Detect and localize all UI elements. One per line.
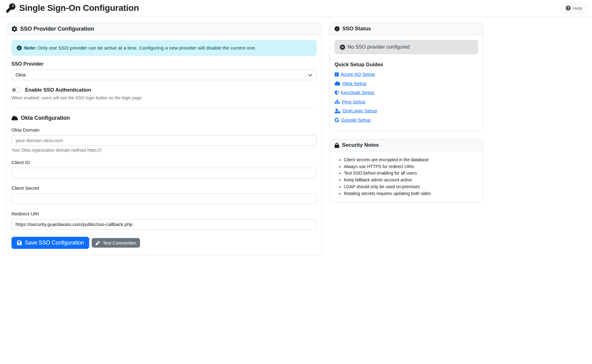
lock-icon xyxy=(335,143,339,148)
sso-status-card-body: ✕ No SSO provider configured Quick Setup… xyxy=(330,35,483,131)
guide-link-label: Azure AD Setup xyxy=(341,72,375,77)
sso-status-card: i SSO Status ✕ No SSO provider configure… xyxy=(329,23,483,132)
security-note-item: Rotating secrets requires updating both … xyxy=(344,191,478,197)
sso-provider-label: SSO Provider xyxy=(11,61,317,67)
client-id-field: Client ID xyxy=(11,160,317,178)
test-connection-button[interactable]: Test Connection xyxy=(92,238,140,248)
security-note-item: Keep fallback admin account active xyxy=(344,177,478,183)
sso-provider-card-header: SSO Provider Configuration xyxy=(7,23,322,35)
sso-provider-card: SSO Provider Configuration i Note: Only … xyxy=(6,23,322,255)
status-alert-text: No SSO provider configured xyxy=(348,44,410,50)
guide-link-keycloak[interactable]: Keycloak Setup xyxy=(335,90,478,95)
security-notes-card-title: Security Notes xyxy=(342,142,379,148)
test-connection-label: Test Connection xyxy=(103,240,136,245)
okta-section-title-row: Okta Configuration xyxy=(11,115,317,121)
save-icon xyxy=(17,240,22,245)
redirect-uri-field: Redirect URI xyxy=(11,211,317,230)
okta-domain-label: Okta Domain xyxy=(11,127,317,133)
page-header: Single Sign-On Configuration ? Help xyxy=(0,0,592,17)
security-note-item: LDAP should only be used on-premises xyxy=(344,184,478,190)
security-notes-card-body: Client secrets are encrypted in the data… xyxy=(330,151,483,202)
client-id-label: Client ID xyxy=(11,160,317,165)
title-wrap: Single Sign-On Configuration xyxy=(6,3,139,13)
okta-domain-input[interactable] xyxy=(11,135,317,146)
sso-provider-selected-value: Okta xyxy=(15,72,26,78)
enable-sso-toggle[interactable] xyxy=(11,88,21,93)
security-note-item: Client secrets are encrypted in the data… xyxy=(344,157,478,163)
guide-link-label: Google Setup xyxy=(341,117,371,123)
note-alert-label: Note: xyxy=(24,45,37,50)
security-notes-list: Client secrets are encrypted in the data… xyxy=(335,157,478,197)
microsoft-icon xyxy=(335,72,339,77)
vial-icon xyxy=(96,241,100,245)
cloud-icon xyxy=(11,115,18,121)
right-column: i SSO Status ✕ No SSO provider configure… xyxy=(329,23,483,202)
chevron-down-icon xyxy=(308,73,313,77)
sso-status-card-title: SSO Status xyxy=(342,26,371,32)
left-column: SSO Provider Configuration i Note: Only … xyxy=(6,23,322,255)
gear-icon xyxy=(11,26,17,32)
sso-status-card-header: i SSO Status xyxy=(330,23,483,35)
note-alert-text: Note: Only one SSO provider can be activ… xyxy=(24,45,256,51)
security-note-item: Always use HTTPS for redirect URIs xyxy=(344,164,478,170)
guide-link-label: Keycloak Setup xyxy=(341,90,374,95)
okta-section-title: Okta Configuration xyxy=(21,115,70,121)
guide-link-label: Ping Setup xyxy=(342,99,365,105)
guide-link-azure-ad[interactable]: Azure AD Setup xyxy=(335,72,478,77)
enable-sso-label[interactable]: Enable SSO Authentication xyxy=(25,87,91,93)
sitemap-icon xyxy=(335,99,340,104)
status-alert: ✕ No SSO provider configured xyxy=(335,40,478,54)
guide-link-google[interactable]: Google Setup xyxy=(335,117,478,123)
enable-sso-help-text: When enabled, users will see the SSO log… xyxy=(11,96,317,100)
help-button-label: Help xyxy=(573,6,582,11)
quick-setup-guides-title: Quick Setup Guides xyxy=(335,62,478,67)
divider xyxy=(11,107,317,108)
google-icon xyxy=(335,118,339,122)
client-secret-input[interactable] xyxy=(11,193,317,204)
guide-link-label: OneLogin Setup xyxy=(342,108,377,114)
sso-provider-card-body: i Note: Only one SSO provider can be act… xyxy=(7,35,322,255)
info-circle-icon: i xyxy=(335,26,340,31)
client-id-input[interactable] xyxy=(11,168,317,178)
client-secret-label: Client Secret xyxy=(11,185,317,191)
save-sso-configuration-button[interactable]: Save SSO Configuration xyxy=(11,237,89,249)
client-secret-field: Client Secret xyxy=(11,185,317,204)
sso-provider-card-title: SSO Provider Configuration xyxy=(20,26,94,32)
okta-domain-help-text: Your Okta organization domain (without h… xyxy=(11,148,317,153)
guide-link-label: Okta Setup xyxy=(342,81,366,86)
guide-link-onelogin[interactable]: OneLogin Setup xyxy=(335,108,478,114)
form-actions: Save SSO Configuration Test Connection xyxy=(11,237,317,250)
sso-provider-select[interactable]: Okta xyxy=(11,70,317,80)
user-lock-icon xyxy=(335,109,340,113)
security-notes-card: Security Notes Client secrets are encryp… xyxy=(329,139,483,202)
page-title: Single Sign-On Configuration xyxy=(19,3,139,13)
help-button[interactable]: ? Help xyxy=(562,4,586,13)
guide-link-ping[interactable]: Ping Setup xyxy=(335,99,478,105)
key-icon xyxy=(6,3,15,13)
note-alert: i Note: Only one SSO provider can be act… xyxy=(11,40,317,56)
main-content: SSO Provider Configuration i Note: Only … xyxy=(0,17,592,255)
okta-domain-field: Okta Domain Your Okta organization domai… xyxy=(11,127,317,153)
cloud-icon xyxy=(335,81,340,86)
enable-sso-row: Enable SSO Authentication xyxy=(11,87,317,93)
redirect-uri-input[interactable] xyxy=(11,219,317,230)
x-circle-icon: ✕ xyxy=(340,45,345,50)
shield-half-icon xyxy=(335,90,339,95)
security-notes-card-header: Security Notes xyxy=(330,139,483,151)
info-circle-icon: i xyxy=(17,46,22,50)
save-button-label: Save SSO Configuration xyxy=(25,240,84,246)
redirect-uri-label: Redirect URI xyxy=(11,211,317,217)
question-circle-icon: ? xyxy=(566,6,571,11)
guide-link-okta[interactable]: Okta Setup xyxy=(335,81,478,86)
security-note-item: Test SSO before enabling for all users xyxy=(344,170,478,176)
